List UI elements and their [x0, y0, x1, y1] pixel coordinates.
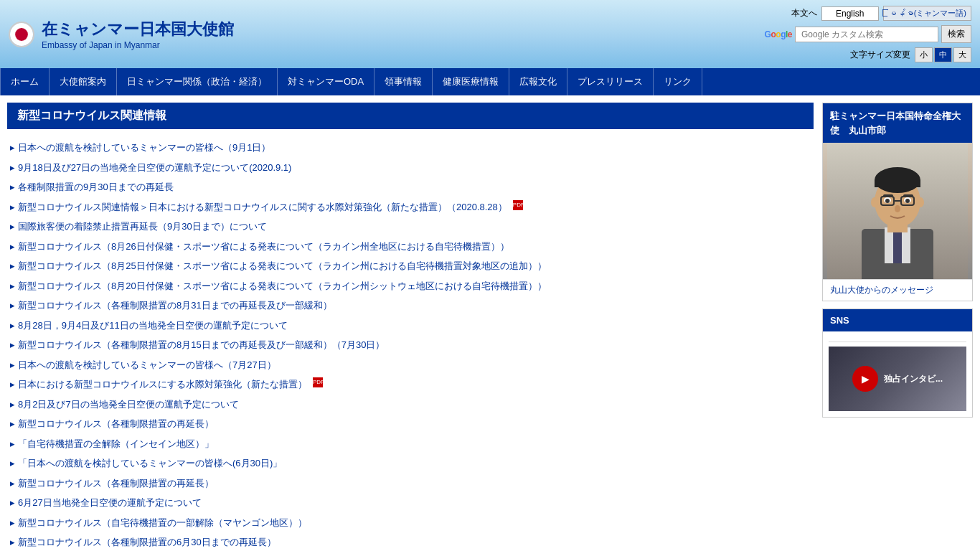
nav-item[interactable]: 健康医療情報 [433, 68, 509, 95]
svg-point-1 [15, 28, 28, 41]
font-medium-button[interactable]: 中 [934, 47, 952, 62]
header-left: 在ミャンマー日本国大使館 Embassy of Japan in Myanmar [9, 19, 234, 50]
list-item: 新型コロナウイルス（自宅待機措置の一部解除（マヤンゴン地区）） [10, 513, 811, 533]
youtube-thumbnail[interactable]: 独占インタビ... [829, 347, 966, 411]
list-item: 日本への渡航を検討しているミャンマーの皆様へ（7月27日） [10, 355, 811, 375]
sns-divider [829, 342, 966, 342]
list-item: 9月18日及び27日の当地発全日空便の運航予定について(2020.9.1) [10, 158, 811, 178]
list-item: 新型コロナウイルス関連情報＞日本における新型コロナウイルスに関する水際対策強化（… [10, 197, 811, 217]
news-link[interactable]: 8月28日，9月4日及び11日の当地発全日空便の運航予定について [18, 319, 288, 333]
pdf-icon: PDF [513, 200, 523, 210]
news-link[interactable]: 新型コロナウイルス（各種制限措置の再延長） [18, 417, 214, 431]
list-item: 新型コロナウイルス（8月25日付保健・スポーツ省による発表について（ラカイン州に… [10, 256, 811, 276]
site-title-sub: Embassy of Japan in Myanmar [42, 40, 234, 50]
news-link[interactable]: 日本における新型コロナウイルスにする水際対策強化（新たな措置） [18, 377, 307, 392]
font-size-label: 文字サイズ変更 [850, 49, 910, 61]
nav-item[interactable]: 領事情報 [374, 68, 433, 95]
news-link[interactable]: 各種制限措置の9月30日までの再延長 [18, 180, 174, 194]
content-area: 新型コロナウイルス関連情報 日本への渡航を検討しているミャンマーの皆様へ（9月1… [7, 103, 814, 551]
list-item: 新型コロナウイルス（8月20日付保健・スポーツ省による発表について（ラカイン州シ… [10, 276, 811, 296]
news-list: 日本への渡航を検討しているミャンマーの皆様へ（9月1日）9月18日及び27日の当… [7, 138, 814, 551]
youtube-label: 独占インタビ... [884, 373, 943, 385]
news-link[interactable]: 8月2日及び7日の当地発全日空便の運航予定について [18, 397, 239, 412]
svg-point-17 [895, 205, 900, 212]
search-button[interactable]: 検索 [941, 25, 971, 43]
news-link[interactable]: 日本への渡航を検討しているミャンマーの皆様へ（9月1日） [18, 141, 270, 155]
news-link[interactable]: 新型コロナウイルス（8月20日付保健・スポーツ省による発表について（ラカイン州シ… [18, 279, 547, 293]
svg-rect-6 [893, 229, 902, 263]
font-size-bar: 文字サイズ変更 小 中 大 [850, 47, 971, 62]
japan-flag-icon [9, 22, 34, 47]
list-item: 8月2日及び7日の当地発全日空便の運航予定について [10, 395, 811, 415]
news-link[interactable]: 「日本への渡航を検討しているミャンマーの皆様へ(6月30日)」 [18, 456, 282, 471]
youtube-thumb-inner: 独占インタビ... [829, 347, 966, 411]
list-item: 「自宅待機措置の全解除（インセイン地区）」 [10, 434, 811, 454]
sidebar: 駐ミャンマー日本国特命全権大使 丸山市郎 [822, 103, 973, 418]
list-item: 新型コロナウイルス（各種制限措置の6月30日までの再延長） [10, 532, 811, 551]
lang-bar: 本文へ မြန်မာ(ミャンマー語) [791, 6, 971, 21]
google-logo: Google [765, 29, 792, 39]
nav-item[interactable]: プレスリリース [567, 68, 654, 95]
list-item: 新型コロナウイルス（各種制限措置の再延長） [10, 474, 811, 494]
site-title: 在ミャンマー日本国大使館 Embassy of Japan in Myanmar [42, 19, 234, 50]
myanmar-lang-button[interactable]: မြန်မာ(ミャンマー語) [883, 6, 971, 21]
news-link[interactable]: 日本への渡航を検討しているミャンマーの皆様へ（7月27日） [18, 358, 276, 372]
nav-item[interactable]: 対ミャンマーODA [278, 68, 374, 95]
news-link[interactable]: 新型コロナウイルス（各種制限措置の8月31日までの再延長及び一部緩和） [18, 298, 332, 313]
pdf-icon: PDF [313, 377, 323, 387]
list-item: 新型コロナウイルス（8月26日付保健・スポーツ省による発表について（ラカイン州全… [10, 237, 811, 257]
sns-title: SNS [823, 309, 972, 331]
ambassador-box: 駐ミャンマー日本国特命全権大使 丸山市郎 [822, 103, 973, 301]
font-small-button[interactable]: 小 [915, 47, 933, 62]
news-link[interactable]: 新型コロナウイルス（各種制限措置の再延長） [18, 476, 214, 491]
list-item: 新型コロナウイルス（各種制限措置の8月31日までの再延長及び一部緩和） [10, 296, 811, 316]
list-item: 8月28日，9月4日及び11日の当地発全日空便の運航予定について [10, 316, 811, 336]
svg-point-19 [917, 197, 924, 207]
youtube-play-icon [852, 366, 878, 392]
ambassador-image [823, 143, 972, 279]
sns-content: 独占インタビ... [823, 331, 972, 417]
nav-item[interactable]: ホーム [0, 68, 50, 95]
search-input[interactable] [795, 27, 938, 42]
font-large-button[interactable]: 大 [953, 47, 971, 62]
news-link[interactable]: 6月27日当地発全日空便の運航予定について [18, 496, 202, 510]
list-item: 日本における新型コロナウイルスにする水際対策強化（新たな措置）PDF [10, 375, 811, 395]
list-item: 6月27日当地発全日空便の運航予定について [10, 493, 811, 513]
svg-point-13 [885, 199, 890, 203]
main-nav: ホーム大使館案内日ミャンマー関係（政治・経済）対ミャンマーODA領事情報健康医療… [0, 68, 980, 95]
svg-rect-10 [875, 180, 920, 187]
nav-item[interactable]: 広報文化 [509, 68, 567, 95]
news-link[interactable]: 新型コロナウイルス（8月26日付保健・スポーツ省による発表について（ラカイン州全… [18, 240, 509, 254]
news-link[interactable]: 国際旅客便の着陸禁止措置再延長（9月30日まで）について [18, 220, 267, 234]
header: 在ミャンマー日本国大使館 Embassy of Japan in Myanmar… [0, 0, 980, 68]
list-item: 国際旅客便の着陸禁止措置再延長（9月30日まで）について [10, 217, 811, 237]
news-link[interactable]: 新型コロナウイルス（各種制限措置の8月15日までの再延長及び一部緩和）（7月30… [18, 338, 385, 352]
news-link[interactable]: 新型コロナウイルス（自宅待機措置の一部解除（マヤンゴン地区）） [18, 516, 307, 530]
nav-item[interactable]: 日ミャンマー関係（政治・経済） [117, 68, 278, 95]
list-item: 各種制限措置の9月30日までの再延長 [10, 177, 811, 197]
header-right: 本文へ မြန်မာ(ミャンマー語) Google 検索 文字サイズ変更 小 中… [765, 6, 971, 62]
ambassador-photo [823, 143, 972, 279]
section-title: 新型コロナウイルス関連情報 [7, 103, 814, 129]
list-item: 新型コロナウイルス（各種制限措置の8月15日までの再延長及び一部緩和）（7月30… [10, 335, 811, 355]
site-title-main: 在ミャンマー日本国大使館 [42, 19, 234, 40]
news-link[interactable]: 新型コロナウイルス関連情報＞日本における新型コロナウイルスに関する水際対策強化（… [18, 200, 507, 215]
list-item: 日本への渡航を検討しているミャンマーの皆様へ（9月1日） [10, 138, 811, 158]
news-link[interactable]: 9月18日及び27日の当地発全日空便の運航予定について(2020.9.1) [18, 161, 291, 175]
news-link[interactable]: 「自宅待機措置の全解除（インセイン地区）」 [18, 437, 214, 451]
news-link[interactable]: 新型コロナウイルス（各種制限措置の6月30日までの再延長） [18, 535, 276, 550]
ambassador-message-link[interactable]: 丸山大使からのメッセージ [823, 279, 972, 301]
honbun-label: 本文へ [791, 7, 817, 19]
nav-item[interactable]: リンク [654, 68, 702, 95]
main-content: 新型コロナウイルス関連情報 日本への渡航を検討しているミャンマーの皆様へ（9月1… [0, 95, 980, 551]
english-input[interactable] [821, 6, 879, 21]
ambassador-title: 駐ミャンマー日本国特命全権大使 丸山市郎 [823, 103, 972, 143]
svg-point-14 [905, 199, 910, 203]
nav-item[interactable]: 大使館案内 [50, 68, 117, 95]
search-bar: Google 検索 [765, 25, 971, 43]
list-item: 新型コロナウイルス（各種制限措置の再延長） [10, 414, 811, 434]
news-link[interactable]: 新型コロナウイルス（8月25日付保健・スポーツ省による発表について（ラカイン州に… [18, 259, 547, 273]
list-item: 「日本への渡航を検討しているミャンマーの皆様へ(6月30日)」 [10, 453, 811, 474]
sns-box: SNS 独占インタビ... [822, 309, 973, 418]
svg-point-18 [871, 197, 878, 207]
